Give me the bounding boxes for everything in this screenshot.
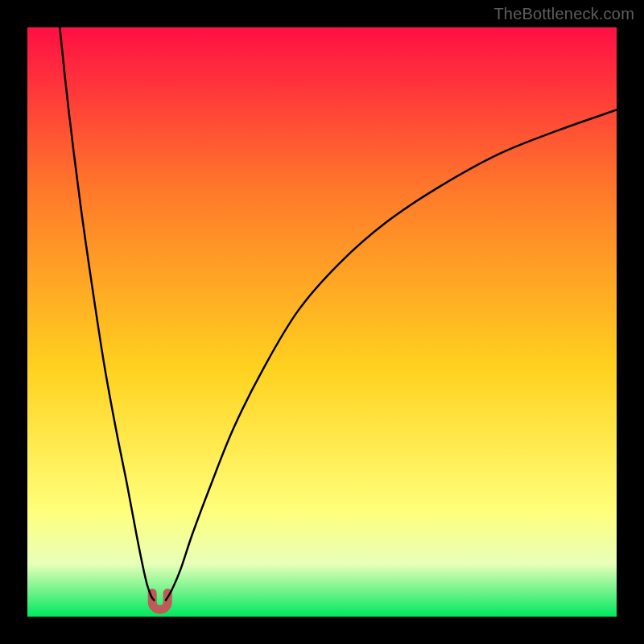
chart-frame: TheBottleneck.com (0, 0, 644, 644)
plot-area (27, 27, 617, 617)
watermark-text: TheBottleneck.com (493, 5, 634, 23)
plot-svg (27, 27, 617, 617)
gradient-background (27, 27, 617, 617)
